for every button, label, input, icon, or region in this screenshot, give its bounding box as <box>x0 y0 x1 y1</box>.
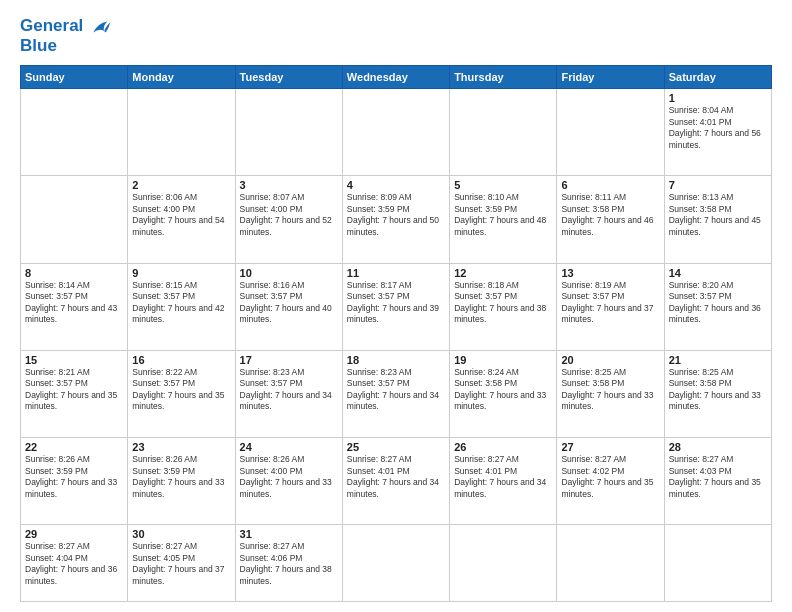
cell-info: Sunrise: 8:18 AMSunset: 3:57 PMDaylight:… <box>454 280 552 326</box>
cell-info: Sunrise: 8:25 AMSunset: 3:58 PMDaylight:… <box>669 367 767 413</box>
calendar-cell: 2Sunrise: 8:06 AMSunset: 4:00 PMDaylight… <box>128 176 235 263</box>
calendar-day-header: Tuesday <box>235 66 342 89</box>
calendar-cell: 23Sunrise: 8:26 AMSunset: 3:59 PMDayligh… <box>128 438 235 525</box>
page: General Blue SundayMondayTuesdayWednesda… <box>0 0 792 612</box>
cell-info: Sunrise: 8:22 AMSunset: 3:57 PMDaylight:… <box>132 367 230 413</box>
calendar-cell: 27Sunrise: 8:27 AMSunset: 4:02 PMDayligh… <box>557 438 664 525</box>
cell-info: Sunrise: 8:27 AMSunset: 4:02 PMDaylight:… <box>561 454 659 500</box>
calendar-cell: 7Sunrise: 8:13 AMSunset: 3:58 PMDaylight… <box>664 176 771 263</box>
calendar-empty-cell <box>21 176 128 263</box>
calendar-cell: 13Sunrise: 8:19 AMSunset: 3:57 PMDayligh… <box>557 263 664 350</box>
calendar-empty-cell <box>342 525 449 602</box>
logo-general: General <box>20 16 83 35</box>
calendar-empty-cell <box>450 525 557 602</box>
day-number: 19 <box>454 354 552 366</box>
day-number: 10 <box>240 267 338 279</box>
cell-info: Sunrise: 8:14 AMSunset: 3:57 PMDaylight:… <box>25 280 123 326</box>
calendar-empty-cell <box>235 89 342 176</box>
calendar-cell: 10Sunrise: 8:16 AMSunset: 3:57 PMDayligh… <box>235 263 342 350</box>
calendar-cell: 30Sunrise: 8:27 AMSunset: 4:05 PMDayligh… <box>128 525 235 602</box>
logo-text: General Blue <box>20 16 112 55</box>
header: General Blue <box>20 16 772 55</box>
calendar-cell: 4Sunrise: 8:09 AMSunset: 3:59 PMDaylight… <box>342 176 449 263</box>
calendar-cell: 25Sunrise: 8:27 AMSunset: 4:01 PMDayligh… <box>342 438 449 525</box>
day-number: 22 <box>25 441 123 453</box>
calendar-cell: 26Sunrise: 8:27 AMSunset: 4:01 PMDayligh… <box>450 438 557 525</box>
day-number: 4 <box>347 179 445 191</box>
day-number: 25 <box>347 441 445 453</box>
calendar-day-header: Sunday <box>21 66 128 89</box>
day-number: 26 <box>454 441 552 453</box>
calendar-week-row: 2Sunrise: 8:06 AMSunset: 4:00 PMDaylight… <box>21 176 772 263</box>
calendar-cell: 6Sunrise: 8:11 AMSunset: 3:58 PMDaylight… <box>557 176 664 263</box>
logo-blue: Blue <box>20 36 112 56</box>
day-number: 5 <box>454 179 552 191</box>
logo: General Blue <box>20 16 112 55</box>
calendar-table: SundayMondayTuesdayWednesdayThursdayFrid… <box>20 65 772 602</box>
day-number: 14 <box>669 267 767 279</box>
calendar-day-header: Thursday <box>450 66 557 89</box>
day-number: 12 <box>454 267 552 279</box>
logo-bird-icon <box>90 18 112 36</box>
calendar-cell: 24Sunrise: 8:26 AMSunset: 4:00 PMDayligh… <box>235 438 342 525</box>
calendar-cell: 12Sunrise: 8:18 AMSunset: 3:57 PMDayligh… <box>450 263 557 350</box>
calendar-cell: 22Sunrise: 8:26 AMSunset: 3:59 PMDayligh… <box>21 438 128 525</box>
calendar-cell: 8Sunrise: 8:14 AMSunset: 3:57 PMDaylight… <box>21 263 128 350</box>
calendar-cell: 11Sunrise: 8:17 AMSunset: 3:57 PMDayligh… <box>342 263 449 350</box>
day-number: 3 <box>240 179 338 191</box>
day-number: 11 <box>347 267 445 279</box>
calendar-day-header: Friday <box>557 66 664 89</box>
day-number: 21 <box>669 354 767 366</box>
calendar-day-header: Saturday <box>664 66 771 89</box>
day-number: 17 <box>240 354 338 366</box>
cell-info: Sunrise: 8:17 AMSunset: 3:57 PMDaylight:… <box>347 280 445 326</box>
calendar-cell: 31Sunrise: 8:27 AMSunset: 4:06 PMDayligh… <box>235 525 342 602</box>
calendar-cell: 20Sunrise: 8:25 AMSunset: 3:58 PMDayligh… <box>557 350 664 437</box>
calendar-cell: 9Sunrise: 8:15 AMSunset: 3:57 PMDaylight… <box>128 263 235 350</box>
day-number: 28 <box>669 441 767 453</box>
cell-info: Sunrise: 8:26 AMSunset: 3:59 PMDaylight:… <box>132 454 230 500</box>
cell-info: Sunrise: 8:23 AMSunset: 3:57 PMDaylight:… <box>240 367 338 413</box>
calendar-cell: 28Sunrise: 8:27 AMSunset: 4:03 PMDayligh… <box>664 438 771 525</box>
calendar-cell: 15Sunrise: 8:21 AMSunset: 3:57 PMDayligh… <box>21 350 128 437</box>
cell-info: Sunrise: 8:19 AMSunset: 3:57 PMDaylight:… <box>561 280 659 326</box>
calendar-cell: 21Sunrise: 8:25 AMSunset: 3:58 PMDayligh… <box>664 350 771 437</box>
calendar-empty-cell <box>557 89 664 176</box>
cell-info: Sunrise: 8:10 AMSunset: 3:59 PMDaylight:… <box>454 192 552 238</box>
day-number: 18 <box>347 354 445 366</box>
cell-info: Sunrise: 8:26 AMSunset: 3:59 PMDaylight:… <box>25 454 123 500</box>
calendar-body: 1Sunrise: 8:04 AMSunset: 4:01 PMDaylight… <box>21 89 772 602</box>
calendar-empty-cell <box>128 89 235 176</box>
day-number: 1 <box>669 92 767 104</box>
calendar-cell: 5Sunrise: 8:10 AMSunset: 3:59 PMDaylight… <box>450 176 557 263</box>
day-number: 29 <box>25 528 123 540</box>
cell-info: Sunrise: 8:04 AMSunset: 4:01 PMDaylight:… <box>669 105 767 151</box>
cell-info: Sunrise: 8:26 AMSunset: 4:00 PMDaylight:… <box>240 454 338 500</box>
day-number: 31 <box>240 528 338 540</box>
cell-info: Sunrise: 8:27 AMSunset: 4:03 PMDaylight:… <box>669 454 767 500</box>
cell-info: Sunrise: 8:27 AMSunset: 4:04 PMDaylight:… <box>25 541 123 587</box>
cell-info: Sunrise: 8:24 AMSunset: 3:58 PMDaylight:… <box>454 367 552 413</box>
day-number: 20 <box>561 354 659 366</box>
calendar-cell: 1Sunrise: 8:04 AMSunset: 4:01 PMDaylight… <box>664 89 771 176</box>
day-number: 30 <box>132 528 230 540</box>
calendar-cell: 29Sunrise: 8:27 AMSunset: 4:04 PMDayligh… <box>21 525 128 602</box>
cell-info: Sunrise: 8:15 AMSunset: 3:57 PMDaylight:… <box>132 280 230 326</box>
day-number: 9 <box>132 267 230 279</box>
day-number: 8 <box>25 267 123 279</box>
calendar-cell: 19Sunrise: 8:24 AMSunset: 3:58 PMDayligh… <box>450 350 557 437</box>
calendar-cell: 18Sunrise: 8:23 AMSunset: 3:57 PMDayligh… <box>342 350 449 437</box>
calendar-empty-cell <box>450 89 557 176</box>
cell-info: Sunrise: 8:13 AMSunset: 3:58 PMDaylight:… <box>669 192 767 238</box>
cell-info: Sunrise: 8:25 AMSunset: 3:58 PMDaylight:… <box>561 367 659 413</box>
calendar-cell: 14Sunrise: 8:20 AMSunset: 3:57 PMDayligh… <box>664 263 771 350</box>
day-number: 15 <box>25 354 123 366</box>
calendar-empty-cell <box>342 89 449 176</box>
cell-info: Sunrise: 8:09 AMSunset: 3:59 PMDaylight:… <box>347 192 445 238</box>
cell-info: Sunrise: 8:07 AMSunset: 4:00 PMDaylight:… <box>240 192 338 238</box>
calendar-week-row: 8Sunrise: 8:14 AMSunset: 3:57 PMDaylight… <box>21 263 772 350</box>
calendar-empty-cell <box>664 525 771 602</box>
calendar-day-header: Monday <box>128 66 235 89</box>
cell-info: Sunrise: 8:21 AMSunset: 3:57 PMDaylight:… <box>25 367 123 413</box>
cell-info: Sunrise: 8:11 AMSunset: 3:58 PMDaylight:… <box>561 192 659 238</box>
